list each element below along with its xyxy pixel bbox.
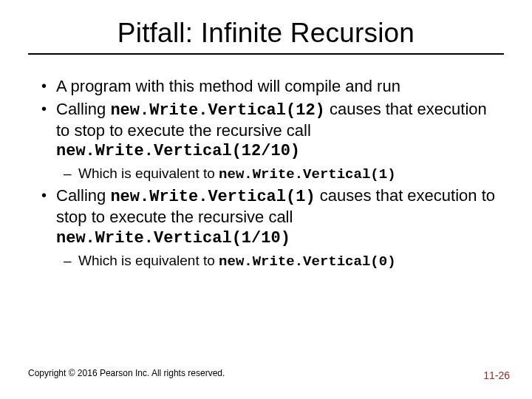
bullet-text: Calling	[56, 100, 110, 118]
bullet-item: Calling new.Write.Vertical(12) causes th…	[56, 100, 498, 184]
sub-bullet-list: Which is equivalent to new.Write.Vertica…	[56, 165, 498, 183]
slide-content: A program with this method will compile …	[28, 77, 504, 270]
bullet-text: A program with this method will compile …	[56, 77, 400, 95]
bullet-list: A program with this method will compile …	[35, 77, 498, 270]
code-text: new.Write.Vertical(12)	[110, 101, 324, 120]
page-number: 11-26	[483, 369, 510, 381]
bullet-text: Which is equivalent to	[78, 166, 219, 181]
bullet-text: Calling	[56, 186, 110, 205]
code-text: new.Write.Vertical(1)	[219, 166, 395, 183]
code-text: new.Write.Vertical(1)	[110, 188, 315, 206]
code-text: new.Write.Vertical(0)	[219, 253, 395, 270]
sub-bullet-item: Which is equivalent to new.Write.Vertica…	[78, 165, 498, 183]
copyright-footer: Copyright © 2016 Pearson Inc. All rights…	[28, 368, 225, 378]
sub-bullet-item: Which is equivalent to new.Write.Vertica…	[78, 252, 498, 270]
title-block: Pitfall: Infinite Recursion	[28, 18, 504, 55]
slide: Pitfall: Infinite Recursion A program wi…	[0, 0, 532, 399]
code-text: new.Write.Vertical(1/10)	[56, 229, 290, 248]
bullet-item: A program with this method will compile …	[56, 77, 498, 97]
bullet-item: Calling new.Write.Vertical(1) causes tha…	[56, 186, 498, 270]
sub-bullet-list: Which is equivalent to new.Write.Vertica…	[56, 252, 498, 270]
slide-title: Pitfall: Infinite Recursion	[28, 18, 504, 49]
title-rule	[28, 53, 504, 55]
bullet-text: Which is equivalent to	[78, 253, 219, 268]
code-text: new.Write.Vertical(12/10)	[56, 142, 300, 160]
